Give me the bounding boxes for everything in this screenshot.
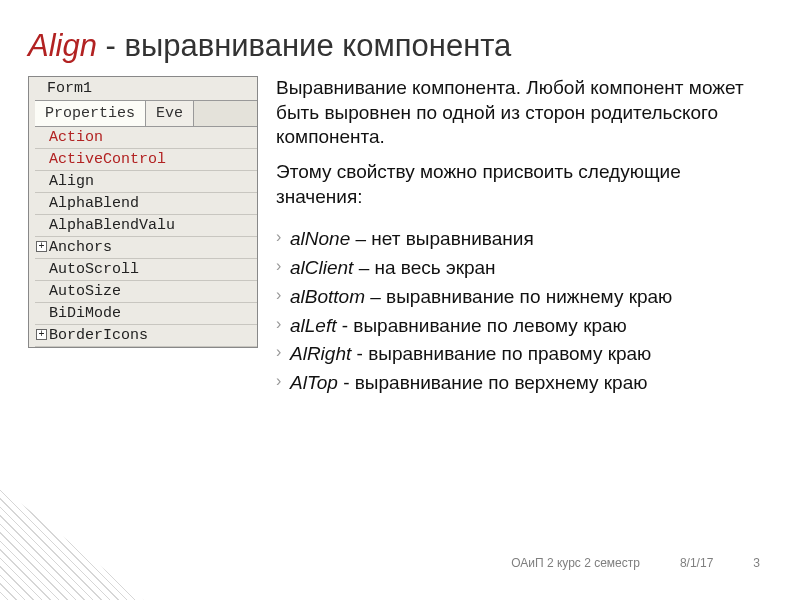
list-item-term: AlRight	[290, 343, 351, 364]
list-item-term: alBottom	[290, 286, 365, 307]
property-row[interactable]: BiDiMode	[35, 303, 257, 325]
decorative-triangle	[0, 440, 220, 600]
property-row[interactable]: Action	[35, 127, 257, 149]
title-emphasis: Align	[28, 28, 97, 63]
properties-list: ActionActiveControlAlignAlphaBlendAlphaB…	[35, 127, 257, 347]
list-item-desc: – выравнивание по нижнему краю	[365, 286, 672, 307]
list-item-term: alClient	[290, 257, 353, 278]
property-row[interactable]: Align	[35, 171, 257, 193]
property-row[interactable]: ActiveControl	[35, 149, 257, 171]
property-label: Align	[49, 173, 94, 190]
list-item: alNone – нет выравнивания	[276, 227, 768, 252]
footer-page: 3	[753, 556, 760, 570]
list-item-term: AlTop	[290, 372, 338, 393]
property-label: BorderIcons	[49, 327, 148, 344]
property-label: Anchors	[49, 239, 112, 256]
property-label: AutoSize	[49, 283, 121, 300]
list-item-desc: - выравнивание по верхнему краю	[338, 372, 648, 393]
footer-date: 8/1/17	[680, 556, 713, 570]
list-item-term: alLeft	[290, 315, 336, 336]
tab-properties[interactable]: Properties	[35, 101, 146, 126]
list-item: alLeft - выравнивание по левому краю	[276, 314, 768, 339]
property-label: Action	[49, 129, 103, 146]
bullet-list: alNone – нет выравниванияalClient – на в…	[276, 227, 768, 395]
right-column: Выравнивание компонента. Любой компонент…	[276, 76, 780, 400]
object-inspector-panel: Form1 Properties Eve ActionActiveControl…	[28, 76, 258, 348]
property-row[interactable]: +BorderIcons	[35, 325, 257, 347]
left-column: Form1 Properties Eve ActionActiveControl…	[28, 76, 258, 400]
list-item-desc: – нет выравнивания	[350, 228, 533, 249]
list-item-desc: - выравнивание по левому краю	[336, 315, 626, 336]
list-item-term: alNone	[290, 228, 350, 249]
list-item: alClient – на весь экран	[276, 256, 768, 281]
description-p2: Этому свойству можно присвоить следующие…	[276, 160, 768, 209]
property-row[interactable]: AlphaBlend	[35, 193, 257, 215]
property-label: AlphaBlend	[49, 195, 139, 212]
expand-icon[interactable]: +	[36, 241, 47, 252]
property-label: AlphaBlendValu	[49, 217, 175, 234]
inspector-object-name: Form1	[35, 77, 257, 101]
expand-icon[interactable]: +	[36, 329, 47, 340]
slide-title: Align - выравнивание компонента	[0, 0, 800, 76]
property-label: AutoScroll	[49, 261, 139, 278]
property-label: ActiveControl	[49, 151, 166, 168]
slide-footer: ОАиП 2 курс 2 семестр 8/1/17 3	[0, 556, 800, 570]
list-item: alBottom – выравнивание по нижнему краю	[276, 285, 768, 310]
footer-course: ОАиП 2 курс 2 семестр	[511, 556, 640, 570]
description-p1: Выравнивание компонента. Любой компонент…	[276, 76, 768, 150]
list-item-desc: - выравнивание по правому краю	[351, 343, 651, 364]
title-rest: - выравнивание компонента	[97, 28, 511, 63]
list-item-desc: – на весь экран	[353, 257, 495, 278]
tab-events[interactable]: Eve	[146, 101, 194, 126]
property-label: BiDiMode	[49, 305, 121, 322]
list-item: AlRight - выравнивание по правому краю	[276, 342, 768, 367]
content-area: Form1 Properties Eve ActionActiveControl…	[0, 76, 800, 400]
property-row[interactable]: +Anchors	[35, 237, 257, 259]
property-row[interactable]: AlphaBlendValu	[35, 215, 257, 237]
list-item: AlTop - выравнивание по верхнему краю	[276, 371, 768, 396]
inspector-tabs: Properties Eve	[35, 101, 257, 127]
property-row[interactable]: AutoScroll	[35, 259, 257, 281]
property-row[interactable]: AutoSize	[35, 281, 257, 303]
